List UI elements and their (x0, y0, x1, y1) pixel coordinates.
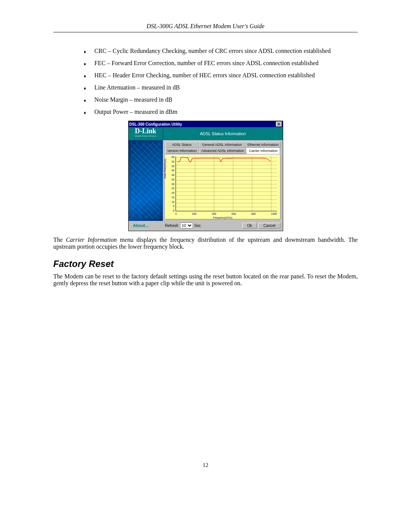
bullet-hec: HEC – Header Error Checking, number of H… (84, 72, 358, 79)
tab-row-1: ADSL Status General ADSL Information Eth… (165, 142, 280, 148)
brand-tagline: Digital Home Division (129, 135, 163, 137)
factory-reset-description: The Modem can be reset to the factory de… (53, 273, 358, 287)
chart-x-label: Frequency(KHz) (166, 216, 280, 219)
tab-general-adsl-info[interactable]: General ADSL Information (199, 142, 245, 148)
tab-ethernet-info[interactable]: Ethernet Information (245, 142, 280, 148)
chart-x-ticks: 0 200 400 600 800 1000 (175, 212, 277, 215)
tab-version-info[interactable]: Version Information (165, 148, 199, 154)
carrier-chart: Data Rate(Kbps) 60 55 50 45 40 35 30 25 … (165, 155, 280, 219)
refresh-select[interactable]: 10 (180, 222, 193, 228)
carrier-info-description: The Carrier Information menu displays th… (53, 236, 358, 250)
window-title: DSL-300 Configuration Utility (129, 122, 182, 126)
chart-line-svg (176, 157, 277, 162)
tab-row-2: Version Information Advanced ADSL Inform… (165, 148, 280, 154)
cancel-button[interactable]: Cancel (258, 223, 280, 228)
chart-y-ticks: 60 55 50 45 40 35 30 25 20 15 10 5 0 (169, 156, 175, 212)
bullet-output-power: Output Power – measured in dBm (84, 109, 358, 115)
tab-advanced-adsl-info[interactable]: Advanced ADSL Information (199, 148, 247, 154)
close-icon[interactable]: ✕ (276, 121, 282, 127)
tab-adsl-status[interactable]: ADSL Status (165, 142, 199, 148)
bullet-line-attenuation: Line Attenuation – measured in dB (84, 84, 358, 91)
chart-y-label: Data Rate(Kbps) (163, 158, 166, 178)
bullet-fec: FEC – Forward Error Correction, number o… (84, 60, 358, 67)
bullet-noise-margin: Noise Margin – measured in dB (84, 96, 358, 103)
tab-carrier-info[interactable]: Carrier Information (246, 148, 280, 154)
brand-logo: D-Link Digital Home Division (129, 127, 163, 140)
bullet-list: CRC – Cyclic Redundancy Checking, number… (84, 48, 358, 115)
page-header: DSL-300G ADSL Ethernet Modem User's Guid… (53, 23, 358, 32)
about-link[interactable]: About... (131, 223, 165, 228)
refresh-label: Refresh (165, 224, 178, 228)
decorative-side-image (129, 140, 163, 221)
section-factory-reset: Factory Reset (53, 259, 358, 269)
brand-name: D-Link (129, 127, 163, 135)
page-number: 12 (53, 462, 358, 468)
refresh-unit: Sec (194, 224, 201, 228)
window-titlebar[interactable]: DSL-300 Configuration Utility ✕ (129, 121, 283, 127)
chart-plot-area (175, 157, 277, 211)
bullet-crc: CRC – Cyclic Redundancy Checking, number… (84, 48, 358, 54)
banner-title: ADSL Status Information (163, 127, 283, 140)
config-utility-window: DSL-300 Configuration Utility ✕ D-Link D… (128, 121, 283, 231)
ok-button[interactable]: Ok (242, 223, 257, 228)
